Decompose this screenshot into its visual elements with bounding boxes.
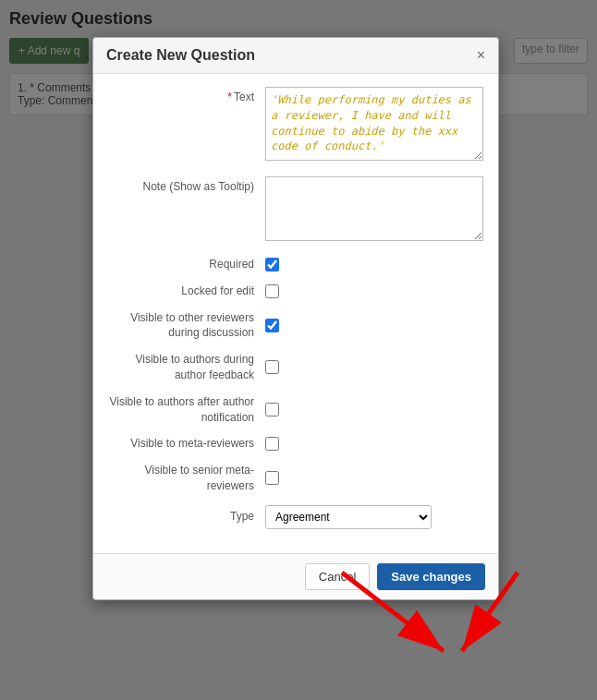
note-label: Note (Show as Tooltip) [108, 176, 265, 195]
visible-authors-notification-label: Visible to authors after author notifica… [108, 394, 265, 426]
type-row: Type Agreement Comment Rating Text [108, 505, 483, 529]
visible-senior-label: Visible to senior meta-reviewers [108, 463, 265, 494]
visible-authors-notification-checkbox[interactable] [265, 403, 279, 416]
type-select[interactable]: Agreement Comment Rating Text [265, 505, 432, 529]
locked-label: Locked for edit [108, 284, 265, 299]
text-field-row: *Text 'While performing my duties as a r… [108, 87, 483, 163]
required-label: Required [108, 257, 265, 272]
required-row: Required [108, 257, 483, 272]
modal-body: *Text 'While performing my duties as a r… [93, 74, 498, 553]
modal-header: Create New Question × [93, 38, 498, 74]
visible-meta-label: Visible to meta-reviewers [108, 436, 265, 452]
note-textarea[interactable] [265, 176, 483, 241]
visible-reviewers-row: Visible to other reviewers during discus… [108, 310, 483, 342]
visible-reviewers-label: Visible to other reviewers during discus… [108, 310, 265, 342]
save-button[interactable]: Save changes [377, 563, 485, 590]
visible-authors-notification-row: Visible to authors after author notifica… [108, 394, 483, 426]
visible-meta-row: Visible to meta-reviewers [108, 436, 483, 452]
visible-authors-feedback-label: Visible to authors during author feedbac… [108, 352, 265, 383]
visible-senior-row: Visible to senior meta-reviewers [108, 463, 483, 494]
modal-title: Create New Question [106, 47, 255, 64]
visible-meta-checkbox[interactable] [265, 437, 279, 451]
required-checkbox[interactable] [265, 258, 279, 272]
visible-authors-feedback-checkbox[interactable] [265, 360, 279, 374]
visible-senior-checkbox[interactable] [265, 471, 279, 485]
modal-close-button[interactable]: × [477, 48, 485, 63]
visible-reviewers-checkbox[interactable] [265, 319, 279, 332]
locked-row: Locked for edit [108, 284, 483, 299]
text-textarea[interactable]: 'While performing my duties as a reviewe… [265, 87, 483, 161]
note-field-row: Note (Show as Tooltip) [108, 176, 483, 244]
required-star: * [227, 91, 232, 103]
cancel-button[interactable]: Cancel [305, 563, 370, 590]
modal-footer: Cancel Save changes [93, 553, 498, 599]
note-field-control [265, 176, 483, 244]
locked-checkbox[interactable] [265, 284, 279, 298]
text-label: *Text [108, 87, 265, 105]
visible-authors-feedback-row: Visible to authors during author feedbac… [108, 352, 483, 383]
create-question-modal: Create New Question × *Text 'While perfo… [92, 37, 499, 600]
text-field-control: 'While performing my duties as a reviewe… [265, 87, 483, 163]
type-label: Type [108, 509, 265, 525]
